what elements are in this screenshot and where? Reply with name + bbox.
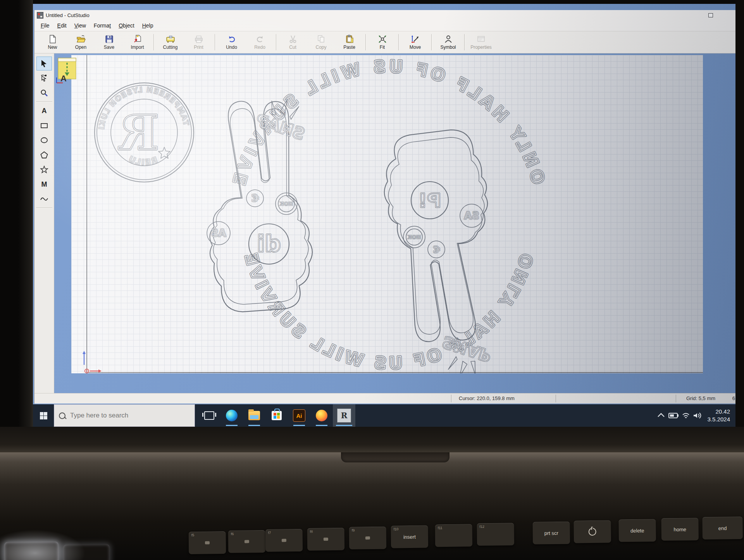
home-key: home	[661, 518, 699, 541]
taskbar-microsoft-store[interactable]	[265, 404, 288, 427]
taskbar-edge[interactable]	[220, 404, 243, 427]
svg-text:SA: SA	[464, 210, 479, 222]
tray-time: 20.42	[708, 408, 730, 416]
node-edit-tool[interactable]	[36, 71, 52, 85]
pentagon-icon	[40, 151, 48, 159]
taskbar-cutstudio[interactable]: R	[333, 404, 355, 427]
cutting-plotter-icon	[166, 34, 175, 44]
svg-text:NOK: NOK	[279, 201, 293, 207]
fit-button[interactable]: Fit	[368, 33, 396, 52]
svg-text:€: €	[251, 192, 259, 204]
taskbar-illustrator[interactable]: Ai	[288, 404, 310, 427]
print-button[interactable]: Print	[184, 33, 213, 52]
taskbar-file-explorer[interactable]	[243, 404, 265, 427]
system-tray: 20.42 3.5.2024	[656, 408, 735, 424]
paste-clipboard-icon	[345, 34, 354, 44]
backlight-icon	[365, 536, 370, 539]
design-canvas[interactable]: ONLY HALF OF US WILL SURVIVE ONLY HALF O…	[71, 55, 703, 373]
move-button[interactable]: Move	[401, 33, 429, 52]
polyline-icon: M	[41, 181, 47, 188]
undo-button[interactable]: Undo	[217, 33, 246, 52]
rectangle-tool[interactable]	[36, 119, 52, 132]
insert-key: f10insert	[391, 525, 429, 548]
toolbar-separator	[398, 34, 399, 50]
restore-button[interactable]	[706, 12, 715, 19]
svg-text:AS: AS	[211, 227, 226, 239]
new-file-icon	[48, 34, 57, 44]
toolbar: New Open Save Import Cutting	[34, 31, 735, 53]
stamp-star	[158, 147, 170, 158]
svg-text:P!: P!	[418, 189, 441, 212]
task-view-button[interactable]	[198, 404, 220, 427]
paste-button[interactable]: Paste	[335, 33, 363, 52]
firefox-icon	[316, 410, 327, 421]
origin-marker	[83, 351, 102, 373]
node-edit-arrow-icon	[40, 74, 48, 82]
taskbar-firefox[interactable]	[310, 404, 333, 427]
import-button[interactable]: Import	[123, 33, 152, 52]
toolbar-separator	[431, 34, 432, 50]
stamp-object[interactable]: TAMPEREEN LYSEON LUKIO TAMPEREEN LYSEON …	[95, 83, 194, 182]
fn-key: f5	[189, 531, 226, 554]
polygon-tool[interactable]	[36, 148, 52, 162]
print-screen-key: prt scr	[532, 522, 570, 545]
menu-format[interactable]: Format	[90, 21, 115, 30]
magnifier-icon	[40, 89, 48, 97]
hand-inverted-badges[interactable]: P! P! SA SA NOK NOK €	[403, 182, 483, 258]
move-axis-icon	[411, 34, 420, 44]
open-button[interactable]: Open	[67, 33, 95, 52]
save-button[interactable]: Save	[95, 33, 123, 52]
windows-taskbar: Ai R 20.42 3.5.2024	[33, 404, 735, 427]
copy-button[interactable]: Copy	[307, 33, 335, 52]
fn-key: f8	[307, 528, 345, 551]
windows-logo-icon	[40, 412, 47, 419]
bezel-top	[0, 0, 744, 4]
grid-size: Grid: 5,5 mm	[686, 395, 715, 401]
laptop-deck: f5 f6 f7 f8 f9 f10insert f11 f12 prt scr…	[0, 452, 744, 560]
select-tool[interactable]	[36, 57, 52, 70]
keyboard: f5 f6 f7 f8 f9 f10insert f11 f12 prt scr…	[0, 448, 744, 560]
taskbar-search[interactable]	[54, 404, 195, 427]
properties-button[interactable]: Properties	[467, 33, 495, 52]
tray-chevron-icon	[658, 414, 664, 417]
star-tool[interactable]	[36, 163, 52, 177]
text-tool[interactable]: A	[36, 104, 52, 118]
curve-tool[interactable]	[36, 192, 52, 206]
start-button[interactable]	[33, 404, 54, 427]
copy-icon	[317, 34, 326, 44]
symbol-button[interactable]: Symbol	[434, 33, 462, 52]
material-feed-icon: A	[55, 57, 77, 84]
statusbar-divider	[556, 395, 556, 402]
redo-button[interactable]: Redo	[246, 33, 274, 52]
speaker-icon	[694, 413, 701, 418]
toolbar-separator	[276, 34, 277, 50]
menu-edit[interactable]: Edit	[53, 21, 71, 30]
menu-view[interactable]: View	[71, 21, 90, 30]
bezel-right	[735, 0, 744, 453]
mic-mute-icon	[324, 538, 328, 541]
open-folder-icon	[76, 34, 86, 44]
toolbar-separator	[365, 34, 366, 50]
cut-button[interactable]: Cut	[279, 33, 307, 52]
cutting-button[interactable]: Cutting	[156, 33, 184, 52]
feed-label: A	[60, 74, 67, 83]
search-icon	[59, 412, 65, 419]
new-button[interactable]: New	[38, 33, 67, 52]
text-tool-icon: A	[42, 107, 47, 114]
edge-icon	[226, 410, 238, 421]
polyline-tool[interactable]: M	[36, 177, 52, 191]
fn-key: f6	[228, 530, 266, 553]
menu-object[interactable]: Object	[115, 21, 138, 30]
f12-key: f12	[477, 523, 514, 546]
person-icon	[444, 34, 453, 44]
tray-icons[interactable]	[656, 410, 702, 421]
tray-date: 3.5.2024	[708, 416, 730, 423]
search-input[interactable]	[69, 411, 179, 420]
taskbar-clock[interactable]: 20.42 3.5.2024	[708, 408, 732, 424]
menu-file[interactable]: File	[37, 21, 53, 30]
zoom-tool[interactable]	[36, 86, 52, 100]
main-area: A M	[34, 53, 735, 393]
toolbar-separator	[464, 34, 465, 50]
ellipse-tool[interactable]	[36, 133, 52, 147]
menu-help[interactable]: Help	[138, 21, 157, 30]
